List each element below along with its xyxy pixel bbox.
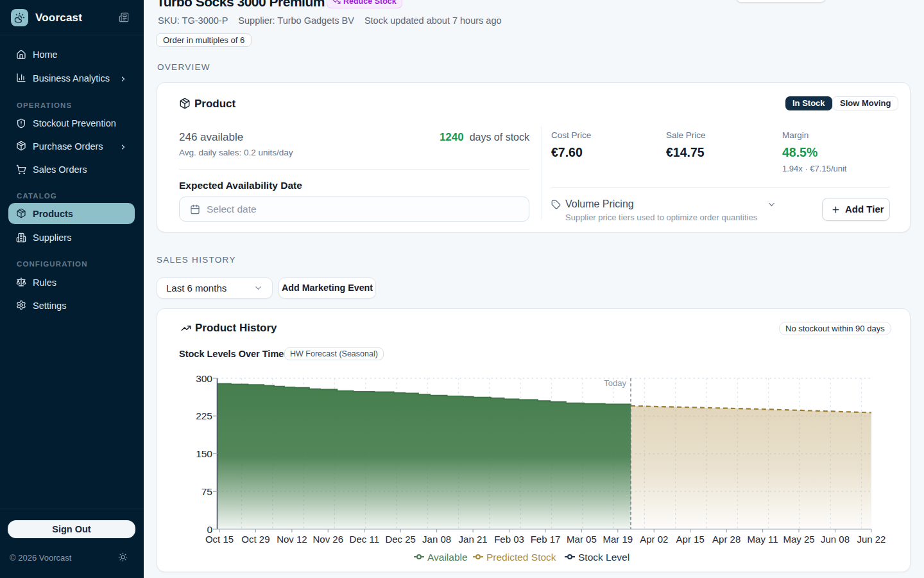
svg-text:300: 300 [196, 373, 212, 384]
svg-text:May 25: May 25 [783, 534, 814, 545]
svg-text:May 11: May 11 [748, 534, 778, 545]
svg-text:Feb 17: Feb 17 [531, 534, 561, 545]
svg-text:Feb 03: Feb 03 [494, 534, 524, 545]
svg-text:Apr 28: Apr 28 [712, 534, 740, 545]
svg-text:Oct 15: Oct 15 [205, 534, 234, 545]
svg-text:Jan 08: Jan 08 [422, 534, 451, 545]
svg-text:Nov 12: Nov 12 [277, 534, 307, 545]
svg-text:Stock Level: Stock Level [578, 552, 629, 563]
svg-text:Apr 02: Apr 02 [640, 534, 668, 545]
svg-text:Jan 21: Jan 21 [459, 534, 488, 545]
svg-text:75: 75 [201, 486, 212, 497]
svg-text:Dec 25: Dec 25 [385, 534, 416, 545]
svg-text:Mar 05: Mar 05 [567, 534, 597, 545]
svg-text:Available: Available [427, 552, 468, 563]
svg-text:150: 150 [196, 448, 212, 459]
svg-text:225: 225 [196, 410, 212, 421]
svg-text:Today: Today [604, 378, 626, 388]
svg-text:Dec 11: Dec 11 [350, 534, 379, 545]
svg-text:Mar 19: Mar 19 [603, 534, 633, 545]
svg-text:Predicted Stock: Predicted Stock [486, 552, 556, 563]
svg-text:Jun 22: Jun 22 [857, 534, 886, 545]
svg-text:Jun 08: Jun 08 [821, 534, 850, 545]
svg-text:Nov 26: Nov 26 [313, 534, 344, 545]
svg-text:Oct 29: Oct 29 [241, 534, 270, 545]
svg-text:Apr 15: Apr 15 [676, 534, 705, 545]
